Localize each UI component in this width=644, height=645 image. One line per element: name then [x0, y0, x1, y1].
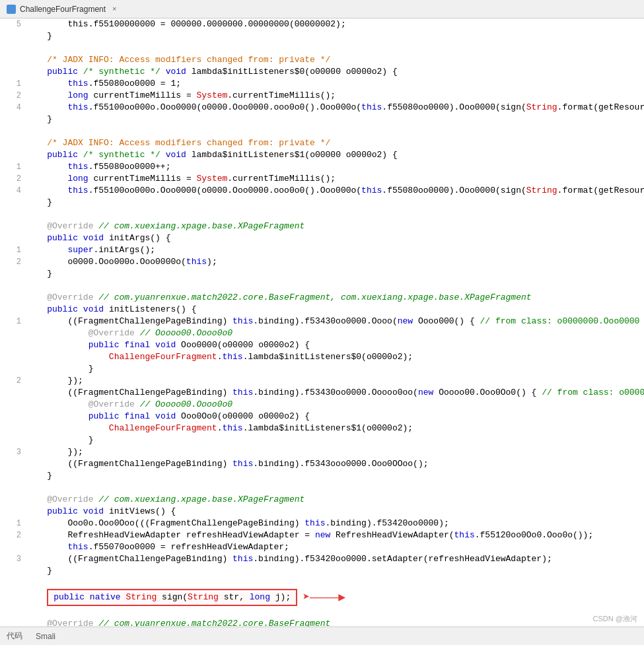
code-line: public void initArgs() { — [7, 232, 644, 244]
code-line — [7, 482, 644, 494]
code-line: 2 long currentTimeMillis = System.curren… — [7, 173, 644, 185]
code-line: @Override // com.yuanrenxue.match2022.co… — [7, 618, 644, 627]
code-line: 2 long currentTimeMillis = System.curren… — [7, 90, 644, 102]
title-bar: ChallengeFourFragment × — [0, 0, 644, 18]
code-line: public final void Ooo0Oo0(o00000 o0000o2… — [7, 411, 644, 423]
code-line: } — [7, 434, 644, 446]
code-line — [7, 125, 644, 137]
code-line — [7, 606, 644, 618]
code-line: 2 RefreshHeadViewAdapter refreshHeadView… — [7, 529, 644, 541]
code-line: 1 this.f55080oo0000 = 1; — [7, 78, 644, 90]
code-line: 1 Ooo0o.Ooo0Ooo(((FragmentChallengePageB… — [7, 518, 644, 529]
code-line: public native String sign(String str, lo… — [7, 589, 644, 606]
code-line: public /* synthetic */ void lambda$initL… — [7, 149, 644, 161]
code-line: this.f55070oo0000 = refreshHeadViewAdapt… — [7, 541, 644, 553]
title-bar-icon — [7, 5, 16, 14]
code-line: } — [7, 565, 644, 577]
editor-area: 5 this.f55100000000 = 000000.0000000.000… — [0, 18, 644, 627]
code-line — [7, 280, 644, 292]
code-line: 5 this.f55100000000 = 000000.0000000.000… — [7, 18, 644, 30]
code-line: } — [7, 114, 644, 125]
code-line: @Override // Ooooo00.Oooo0o0 — [7, 327, 644, 339]
code-line: 2 o0000.Ooo000o.Ooo0000o(this); — [7, 256, 644, 268]
bottom-bar: 代码 Smali — [0, 627, 644, 645]
bottom-label-smali: Smali — [36, 632, 55, 641]
code-line — [7, 42, 644, 54]
code-line: @Override // com.yuanrenxue.match2022.co… — [7, 292, 644, 304]
code-line: } — [7, 197, 644, 209]
code-line: 1 super.initArgs(); — [7, 244, 644, 256]
code-line: 3 }); — [7, 446, 644, 458]
code-line: public void initViews() { — [7, 506, 644, 518]
code-line: } — [7, 30, 644, 42]
code-line: ChallengeFourFragment.this.lambda$initLi… — [7, 351, 644, 363]
code-line: /* JADX INFO: Access modifiers changed f… — [7, 54, 644, 66]
bottom-label-code: 代码 — [7, 630, 22, 642]
code-line: 1 this.f55080oo0000++; — [7, 161, 644, 173]
code-line — [7, 209, 644, 221]
code-line: @Override // com.xuexiang.xpage.base.XPa… — [7, 494, 644, 506]
code-line: } — [7, 268, 644, 280]
code-line: 4 this.f55100oo000o.Ooo0000(o0000.Ooo000… — [7, 185, 644, 197]
code-line: public void initListeners() { — [7, 304, 644, 316]
code-line: ((FragmentChallengePageBinding) this.bin… — [7, 387, 644, 399]
code-line: 4 this.f55100oo000o.Ooo0000(o0000.Ooo000… — [7, 102, 644, 114]
code-line: ChallengeFourFragment.this.lambda$initLi… — [7, 423, 644, 434]
code-line: } — [7, 470, 644, 482]
code-line: public final void Ooo0000(o00000 o0000o2… — [7, 339, 644, 351]
watermark: CSDN @渔河 — [593, 614, 637, 624]
title-bar-close[interactable]: × — [112, 5, 117, 13]
code-line: @Override // com.xuexiang.xpage.base.XPa… — [7, 221, 644, 232]
code-line: 1 ((FragmentChallengePageBinding) this.b… — [7, 316, 644, 327]
code-line: ((FragmentChallengePageBinding) this.bin… — [7, 458, 644, 470]
code-line: } — [7, 363, 644, 375]
code-line: @Override // Ooooo00.Oooo0o0 — [7, 399, 644, 411]
code-line: /* JADX INFO: Access modifiers changed f… — [7, 137, 644, 149]
title-bar-text: ChallengeFourFragment — [20, 5, 106, 14]
code-content[interactable]: 5 this.f55100000000 = 000000.0000000.000… — [0, 18, 644, 627]
code-line — [7, 577, 644, 589]
code-line: 3 ((FragmentChallengePageBinding) this.b… — [7, 553, 644, 565]
code-line: 2 }); — [7, 375, 644, 387]
code-line: public /* synthetic */ void lambda$initL… — [7, 66, 644, 78]
